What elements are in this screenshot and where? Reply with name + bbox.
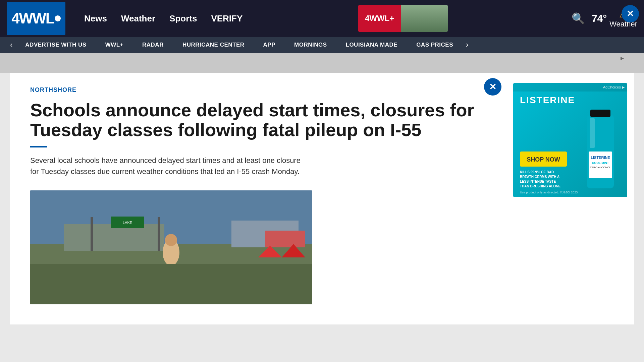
sidebar-section: AdChoices ▶ LISTERINE LISTERINE COOL MIN… [506, 73, 634, 324]
svg-text:BREATH GERMS WITH A: BREATH GERMS WITH A [520, 175, 559, 179]
weather-temperature: 74° [592, 13, 607, 24]
article-image-svg: LAKE [30, 190, 312, 304]
sub-nav-hurricane[interactable]: HURRICANE CENTER [173, 42, 254, 48]
article-summary: Several local schools have announced del… [30, 155, 305, 177]
sub-navigation: ‹ ADVERTISE WITH US WWL+ RADAR HURRICANE… [0, 37, 644, 53]
video-thumb-inner [401, 5, 448, 32]
sub-nav-wwlplus[interactable]: WWL+ [96, 42, 133, 48]
sub-nav-gas-prices[interactable]: GAS PRICES [407, 42, 463, 48]
svg-text:KILLS 99.9% OF BAD: KILLS 99.9% OF BAD [520, 170, 554, 174]
svg-text:LAKE: LAKE [123, 221, 132, 225]
svg-text:ZERO ALCOHOL: ZERO ALCOHOL [590, 166, 611, 169]
logo-text: 4WWL [11, 10, 54, 27]
product-image-svg: LISTERINE COOL MINT ZERO ALCOHOL SHOP NO… [513, 108, 627, 195]
sidebar-advertisement[interactable]: AdChoices ▶ LISTERINE LISTERINE COOL MIN… [513, 83, 627, 197]
logo-circle-icon [55, 15, 61, 21]
ad-choices-text: AdChoices ▶ [603, 85, 625, 89]
article-title: Schools announce delayed start times, cl… [30, 100, 490, 140]
sub-nav-louisiana-made[interactable]: LOUISIANA MADE [336, 42, 407, 48]
svg-text:LESS INTENSE TASTE: LESS INTENSE TASTE [520, 180, 556, 183]
svg-text:THAN BRUSHING ALONE: THAN BRUSHING ALONE [520, 184, 561, 188]
svg-rect-13 [30, 264, 312, 304]
top-navigation: 4WWL News Weather Sports VERIFY 4WWL+ 🔍 … [0, 0, 644, 37]
ad-product-area: LISTERINE COOL MINT ZERO ALCOHOL SHOP NO… [513, 106, 627, 197]
svg-rect-8 [265, 231, 305, 247]
search-button[interactable]: 🔍 [572, 12, 585, 25]
nav-verify[interactable]: VERIFY [206, 11, 248, 26]
sub-nav-app[interactable]: APP [254, 42, 285, 48]
svg-point-10 [165, 234, 177, 246]
svg-text:Use product only as directed. : Use product only as directed. ©J&JCI 202… [520, 191, 578, 194]
wwlplus-label: 4WWL+ [365, 14, 394, 23]
nav-sports[interactable]: Sports [164, 11, 202, 26]
ad-indicator: ▶ [621, 56, 624, 61]
nav-links: News Weather Sports VERIFY [79, 11, 248, 26]
ad-choices-bar: AdChoices ▶ [513, 83, 627, 92]
svg-rect-3 [91, 217, 93, 251]
wwlplus-badge[interactable]: 4WWL+ [358, 5, 401, 32]
sub-nav-advertise[interactable]: ADVERTISE WITH US [16, 42, 96, 48]
title-underline [30, 146, 47, 147]
nav-weather[interactable]: Weather [116, 11, 161, 26]
sub-nav-radar[interactable]: RADAR [133, 42, 173, 48]
svg-text:SHOP NOW: SHOP NOW [527, 156, 560, 163]
svg-rect-15 [590, 110, 610, 117]
ad-brand-name: LISTERINE [513, 92, 627, 106]
site-logo[interactable]: 4WWL [7, 2, 65, 35]
svg-text:LISTERINE: LISTERINE [591, 156, 610, 160]
wwlplus-promo[interactable]: 4WWL+ [358, 5, 448, 32]
ad-banner: ▶ [0, 53, 644, 73]
sub-nav-next[interactable]: › [463, 41, 472, 49]
nav-news[interactable]: News [79, 11, 112, 26]
article-section: ✕ NORTHSHORE Schools announce delayed st… [10, 73, 506, 324]
svg-rect-20 [590, 118, 595, 148]
article-image: LAKE [30, 190, 312, 304]
svg-rect-4 [158, 217, 160, 251]
sub-nav-prev[interactable]: ‹ [7, 41, 16, 49]
svg-text:COOL MINT: COOL MINT [592, 161, 609, 165]
video-thumbnail[interactable] [401, 5, 448, 32]
article-category: NORTHSHORE [30, 86, 490, 94]
main-content: ✕ NORTHSHORE Schools announce delayed st… [10, 73, 634, 324]
sub-nav-mornings[interactable]: MORNINGS [285, 42, 336, 48]
close-article-button[interactable]: ✕ [484, 78, 501, 96]
close-button-top[interactable]: ✕ [622, 5, 639, 22]
